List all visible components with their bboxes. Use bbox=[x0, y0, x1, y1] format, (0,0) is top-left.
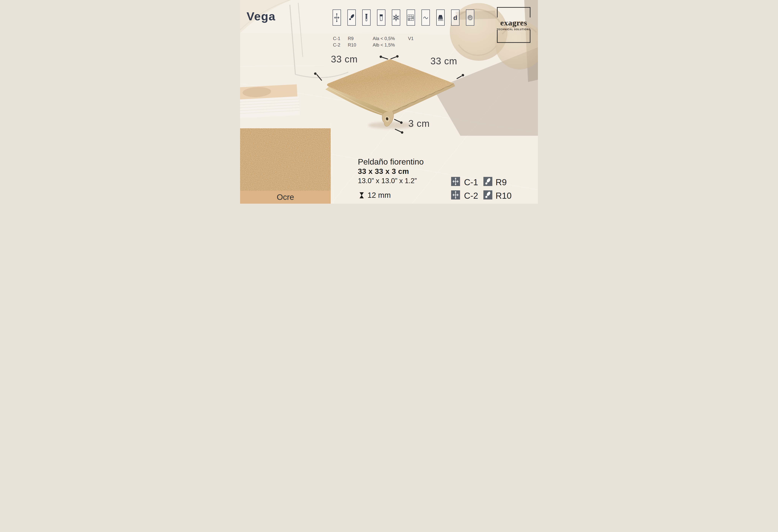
thickness-row: 12 mm bbox=[359, 191, 391, 199]
dimension-depth-label: 33 cm bbox=[431, 56, 457, 67]
svg-text:d: d bbox=[453, 14, 457, 21]
product-size-inches: 13.0” x 13.0” x 1.2” bbox=[358, 176, 424, 186]
expansion-badge-icon-2 bbox=[451, 190, 460, 199]
icon-label-col4: V1 bbox=[408, 35, 413, 42]
dimension-thickness-label: 3 cm bbox=[408, 118, 430, 129]
color-swatch-name: Ocre bbox=[277, 193, 294, 202]
brand-logo: exagres TECHNICAL SOLUTIONS bbox=[496, 6, 531, 43]
spec-c1-value: C-1 bbox=[464, 177, 478, 187]
spec-r9-value: R9 bbox=[495, 177, 507, 187]
slip-badge-icon-2 bbox=[483, 190, 492, 199]
expansion-badge-icon bbox=[451, 177, 460, 186]
hourglass-icon bbox=[359, 192, 364, 199]
icon-label-col3: Ala < 0,5%Alb < 1,5% bbox=[373, 35, 395, 48]
chemical-resistance-icon bbox=[377, 9, 385, 26]
shade-variation-icon bbox=[407, 9, 415, 26]
logo-brand-text: exagres bbox=[496, 18, 531, 27]
slip-badge-icon bbox=[483, 177, 492, 186]
color-swatch-texture bbox=[240, 128, 331, 191]
density-icon: d bbox=[451, 9, 459, 26]
flexural-strength-icon bbox=[421, 9, 430, 26]
page-title: Vega bbox=[246, 9, 276, 23]
antibacterial-icon bbox=[466, 9, 474, 26]
spec-c2-value: C-2 bbox=[464, 191, 478, 201]
logo-tagline-text: TECHNICAL SOLUTIONS bbox=[496, 28, 531, 31]
product-name: Peldaño fiorentino bbox=[358, 157, 424, 167]
icon-label-col2: R9R10 bbox=[348, 35, 356, 48]
spec-r10-value: R10 bbox=[495, 191, 512, 201]
product-info: Peldaño fiorentino 33 x 33 x 3 cm 13.0” … bbox=[358, 157, 424, 186]
icon-label-col1: C-1C-2 bbox=[333, 35, 340, 48]
dimension-width-label: 33 cm bbox=[331, 54, 358, 65]
color-swatch-label-bar: Ocre bbox=[240, 191, 331, 204]
frost-resistance-icon bbox=[392, 9, 400, 26]
water-absorption-icon bbox=[362, 9, 371, 26]
expansion-joint-icon bbox=[332, 9, 341, 26]
product-datasheet: Vega bbox=[240, 0, 538, 204]
product-size-cm: 33 x 33 x 3 cm bbox=[358, 167, 424, 176]
slip-resistance-icon bbox=[347, 9, 356, 26]
extruded-tile-icon bbox=[436, 9, 445, 26]
thickness-value: 12 mm bbox=[368, 191, 391, 199]
